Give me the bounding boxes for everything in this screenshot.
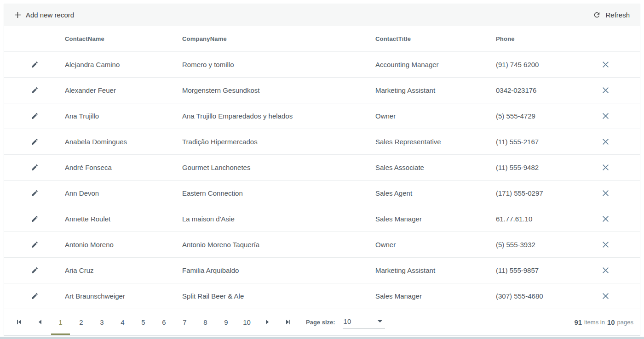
- cell-phone: (11) 555-9857: [496, 266, 588, 274]
- refresh-button[interactable]: Refresh: [589, 8, 633, 22]
- delete-button[interactable]: [600, 265, 611, 276]
- cell-company-name: Familia Arquibaldo: [182, 266, 375, 274]
- delete-button[interactable]: [600, 239, 611, 250]
- pencil-icon: [31, 164, 39, 171]
- table-header-row: ContactName CompanyName ContactTitle Pho…: [4, 26, 640, 51]
- cell-contact-name: Annette Roulet: [65, 215, 182, 223]
- x-icon: [602, 293, 609, 299]
- items-text: items in: [584, 319, 605, 326]
- table-row: Antonio Moreno Antonio Moreno Taquería O…: [4, 232, 640, 257]
- previous-page-button[interactable]: [29, 309, 50, 335]
- cell-company-name: Romero y tomillo: [182, 61, 375, 68]
- cell-company-name: Antonio Moreno Taquería: [182, 241, 375, 249]
- cell-contact-title: Sales Agent: [375, 189, 496, 197]
- x-icon: [602, 267, 609, 274]
- page-size-select[interactable]: 10: [343, 315, 385, 329]
- seek-first-icon: [16, 319, 22, 325]
- header-company-name: CompanyName: [182, 35, 375, 42]
- page-size-label: Page size:: [306, 319, 335, 326]
- page-number-button[interactable]: 9: [216, 309, 236, 335]
- cell-contact-title: Marketing Assistant: [375, 266, 496, 274]
- add-new-record-button[interactable]: Add new record: [11, 8, 78, 22]
- delete-button[interactable]: [600, 214, 611, 224]
- cell-contact-name: Art Braunschweiger: [65, 292, 182, 300]
- edit-button[interactable]: [29, 239, 40, 250]
- cell-company-name: Split Rail Beer & Ale: [182, 292, 375, 300]
- cell-contact-name: Antonio Moreno: [65, 241, 182, 249]
- delete-button[interactable]: [600, 291, 611, 301]
- page-number-button[interactable]: 10: [236, 309, 257, 335]
- cell-phone: (11) 555-2167: [496, 138, 588, 146]
- x-icon: [602, 138, 609, 145]
- prev-icon: [38, 319, 42, 325]
- page-number-button[interactable]: 3: [92, 309, 112, 335]
- x-icon: [602, 164, 609, 171]
- next-icon: [265, 319, 270, 325]
- edit-button[interactable]: [29, 110, 40, 122]
- cell-company-name: Eastern Connection: [182, 189, 375, 197]
- cell-phone: (11) 555-9482: [496, 164, 588, 171]
- delete-button[interactable]: [600, 136, 611, 147]
- footer-strip: [0, 337, 644, 339]
- x-icon: [602, 61, 609, 68]
- grid-toolbar: Add new record Refresh: [4, 4, 640, 26]
- cell-contact-title: Owner: [375, 241, 496, 249]
- edit-button[interactable]: [29, 59, 40, 70]
- cell-contact-name: Alexander Feuer: [65, 86, 182, 94]
- cell-contact-name: Alejandra Camino: [65, 61, 182, 68]
- delete-button[interactable]: [600, 85, 611, 96]
- delete-button[interactable]: [600, 59, 611, 70]
- pages-count: 10: [607, 318, 615, 326]
- cell-company-name: Tradição Hipermercados: [182, 138, 375, 146]
- pencil-icon: [31, 189, 39, 197]
- x-icon: [602, 113, 609, 119]
- page-number-button[interactable]: 6: [154, 309, 174, 335]
- pager-info: 91 items in 10 pages: [574, 309, 640, 335]
- cell-contact-title: Accounting Manager: [375, 61, 496, 68]
- cell-contact-title: Marketing Assistant: [375, 86, 496, 94]
- page-number-button[interactable]: 2: [71, 309, 92, 335]
- table-row: André Fonseca Gourmet Lanchonetes Sales …: [4, 154, 640, 180]
- add-new-record-label: Add new record: [26, 11, 74, 19]
- pencil-icon: [31, 241, 39, 249]
- x-icon: [602, 215, 609, 222]
- page-number-button[interactable]: 7: [174, 309, 195, 335]
- delete-button[interactable]: [600, 111, 611, 121]
- edit-button[interactable]: [29, 265, 40, 276]
- pencil-icon: [31, 292, 39, 300]
- edit-button[interactable]: [29, 290, 40, 302]
- cell-company-name: Morgenstern Gesundkost: [182, 86, 375, 94]
- edit-button[interactable]: [29, 162, 40, 173]
- edit-button[interactable]: [29, 213, 40, 225]
- delete-button[interactable]: [600, 162, 611, 173]
- pencil-icon: [31, 215, 39, 223]
- delete-button[interactable]: [600, 188, 611, 198]
- table-row: Ana Trujillo Ana Trujillo Emparedados y …: [4, 103, 640, 129]
- cell-contact-title: Owner: [375, 112, 496, 120]
- cell-contact-title: Sales Manager: [375, 292, 496, 300]
- pencil-icon: [31, 61, 39, 68]
- cell-contact-title: Sales Representative: [375, 138, 496, 146]
- edit-button[interactable]: [29, 136, 40, 147]
- page-number-button[interactable]: 8: [195, 309, 216, 335]
- page-number-button[interactable]: 1: [50, 309, 71, 335]
- edit-button[interactable]: [29, 85, 40, 96]
- header-contact-title: ContactTitle: [375, 35, 496, 42]
- table-row: Art Braunschweiger Split Rail Beer & Ale…: [4, 283, 640, 309]
- table-row: Alexander Feuer Morgenstern Gesundkost M…: [4, 77, 640, 103]
- page-number-button[interactable]: 4: [112, 309, 133, 335]
- pencil-icon: [31, 112, 39, 120]
- header-contact-name: ContactName: [65, 35, 182, 42]
- cell-phone: (307) 555-4680: [496, 292, 588, 300]
- next-page-button[interactable]: [257, 309, 278, 335]
- cell-phone: (91) 745 6200: [496, 61, 588, 68]
- page-size-value: 10: [344, 317, 351, 325]
- page-number-button[interactable]: 5: [133, 309, 154, 335]
- seek-last-icon: [285, 319, 291, 325]
- x-icon: [602, 190, 609, 197]
- last-page-button[interactable]: [278, 309, 299, 335]
- edit-button[interactable]: [29, 187, 40, 199]
- cell-company-name: Gourmet Lanchonetes: [182, 164, 375, 171]
- cell-contact-title: Sales Associate: [375, 164, 496, 171]
- first-page-button[interactable]: [9, 309, 29, 335]
